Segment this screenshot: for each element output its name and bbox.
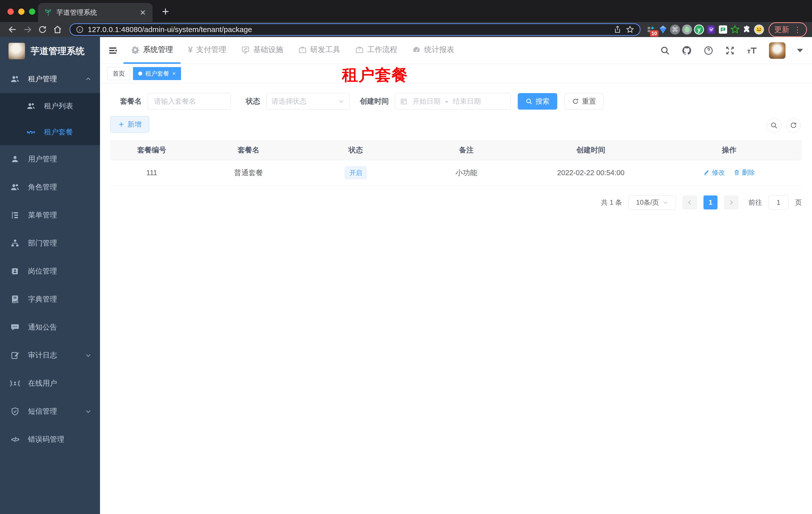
extension-y-icon[interactable]: y <box>693 25 705 34</box>
column-header[interactable]: 创建时间 <box>525 145 657 155</box>
sidebar-item-label: 短信管理 <box>28 406 57 416</box>
active-dot <box>138 72 142 76</box>
tenant-icon <box>10 74 20 84</box>
reset-button[interactable]: 重置 <box>564 93 604 110</box>
extension-chat-icon[interactable] <box>717 25 729 34</box>
extension-tasks-icon[interactable]: 10 <box>645 25 657 34</box>
column-header[interactable]: 套餐名 <box>193 145 304 155</box>
sidebar-item-dept-management[interactable]: 部门管理 <box>0 229 100 257</box>
avatar[interactable] <box>769 42 785 59</box>
extension-shield-icon[interactable] <box>705 25 717 34</box>
topnav-payment[interactable]: ¥ 支付管理 <box>180 37 234 64</box>
topnav-dev-tools[interactable]: 研发工具 <box>291 37 348 64</box>
cell-created-time: 2022-02-22 00:54:00 <box>525 169 657 177</box>
tab-close-icon[interactable]: ✕ <box>140 8 146 17</box>
tag-tenant-package[interactable]: 租户套餐 × <box>133 67 181 80</box>
topnav-reports[interactable]: 统计报表 <box>405 37 462 64</box>
sidebar-item-sms-management[interactable]: 短信管理 <box>0 397 100 426</box>
share-icon[interactable] <box>613 25 622 34</box>
home-icon[interactable] <box>50 25 65 34</box>
role-icon <box>10 183 20 192</box>
close-icon[interactable]: × <box>172 70 176 77</box>
close-window-button[interactable] <box>7 8 14 15</box>
column-header[interactable]: 套餐编号 <box>110 145 193 155</box>
new-tab-button[interactable]: + <box>162 4 169 18</box>
sidebar-item-label: 租户管理 <box>28 74 57 84</box>
caret-down-icon[interactable] <box>797 49 803 52</box>
show-search-button[interactable] <box>767 118 781 133</box>
github-icon[interactable] <box>682 45 692 56</box>
prev-page-button[interactable] <box>683 195 697 210</box>
minimize-window-button[interactable] <box>18 8 25 15</box>
search-icon <box>525 98 532 105</box>
zoom-window-button[interactable] <box>29 8 35 15</box>
browser-tab[interactable]: 芋道管理系统 ✕ <box>38 3 152 22</box>
sidebar-item-user-management[interactable]: 用户管理 <box>0 145 100 173</box>
back-icon[interactable] <box>5 25 20 34</box>
edit-link[interactable]: 修改 <box>703 168 725 177</box>
sidebar-item-label: 字典管理 <box>28 294 57 304</box>
topnav-infrastructure[interactable]: 基础设施 <box>234 37 291 64</box>
date-start-placeholder: 开始日期 <box>412 97 440 106</box>
reload-icon[interactable] <box>35 25 50 34</box>
sidebar-item-notice[interactable]: 通知公告 <box>0 313 100 341</box>
sidebar-item-tenant-list[interactable]: 租户列表 <box>0 93 100 119</box>
dictionary-icon <box>10 295 20 304</box>
goto-page-input[interactable] <box>768 195 788 210</box>
header-actions <box>660 42 812 59</box>
sms-shield-icon <box>10 407 20 416</box>
topnav-system[interactable]: 系统管理 <box>123 37 180 64</box>
extension-dot-icon[interactable] <box>681 25 693 34</box>
reset-button-label: 重置 <box>582 97 596 106</box>
site-info-icon[interactable] <box>76 26 84 33</box>
help-icon[interactable] <box>703 46 714 56</box>
date-range-picker[interactable]: 开始日期 - 结束日期 <box>395 93 511 110</box>
briefcase-icon <box>298 46 307 54</box>
main-content: 套餐名 状态 请选择状态 创建时间 开始日期 - 结束日期 搜索 重置 <box>100 83 812 514</box>
online-users-icon <box>10 379 20 388</box>
search-button[interactable]: 搜索 <box>518 93 557 110</box>
browser-menu-dots-icon[interactable]: ⋮ <box>794 25 801 34</box>
sidebar-item-error-code[interactable]: </> 错误码管理 <box>0 426 100 454</box>
extension-puzzle-icon[interactable] <box>741 25 753 34</box>
window-controls[interactable] <box>7 8 35 15</box>
bookmark-star-icon[interactable] <box>626 25 634 34</box>
chevron-up-icon <box>85 76 91 82</box>
sidebar-item-dict-management[interactable]: 字典管理 <box>0 285 100 313</box>
column-header[interactable]: 操作 <box>657 145 802 155</box>
topnav-workflow[interactable]: 工作流程 <box>348 37 405 64</box>
sidebar-item-tenant-management[interactable]: 租户管理 <box>0 65 100 93</box>
browser-update-button[interactable]: 更新 ⋮ <box>768 22 807 37</box>
url-text[interactable]: 127.0.0.1:48080/admin-ui/system/tenant/p… <box>88 25 609 34</box>
page-number-1[interactable]: 1 <box>703 195 718 210</box>
package-name-input[interactable] <box>154 97 225 105</box>
app-logo[interactable]: 芋道管理系统 <box>0 37 100 65</box>
sidebar-item-tenant-package[interactable]: 租户套餐 <box>0 119 100 145</box>
sidebar-item-role-management[interactable]: 角色管理 <box>0 173 100 201</box>
browser-chrome: 芋道管理系统 ✕ + 127.0.0.1:48080/admin-ui/syst… <box>0 0 812 37</box>
extension-gem-icon[interactable] <box>657 25 669 34</box>
forward-icon[interactable] <box>20 25 35 34</box>
extension-emoji-icon[interactable] <box>753 25 765 34</box>
column-header[interactable]: 备注 <box>407 145 525 155</box>
sidebar-item-menu-management[interactable]: 菜单管理 <box>0 201 100 229</box>
font-size-icon[interactable] <box>747 46 757 56</box>
delete-link[interactable]: 删除 <box>733 168 755 177</box>
add-button[interactable]: 新增 <box>110 116 149 133</box>
next-page-button[interactable] <box>724 195 738 210</box>
tag-home[interactable]: 首页 <box>108 67 130 80</box>
extension-star-icon[interactable] <box>729 25 741 34</box>
extension-command-icon[interactable]: ⌘ <box>669 25 681 34</box>
status-select[interactable]: 请选择状态 <box>266 93 350 110</box>
search-icon[interactable] <box>660 46 670 56</box>
column-header[interactable]: 状态 <box>304 145 407 155</box>
sidebar-item-online-users[interactable]: 在线用户 <box>0 369 100 397</box>
page-size-select[interactable]: 10条/页 <box>629 195 676 210</box>
collapse-sidebar-icon[interactable] <box>108 45 118 56</box>
sidebar-item-audit-log[interactable]: 审计日志 <box>0 341 100 369</box>
url-bar[interactable]: 127.0.0.1:48080/admin-ui/system/tenant/p… <box>69 23 640 36</box>
fullscreen-icon[interactable] <box>725 46 735 56</box>
sidebar-item-post-management[interactable]: 岗位管理 <box>0 257 100 285</box>
pagination: 共 1 条 10条/页 1 前往 页 <box>601 195 802 210</box>
refresh-table-button[interactable] <box>786 118 801 133</box>
